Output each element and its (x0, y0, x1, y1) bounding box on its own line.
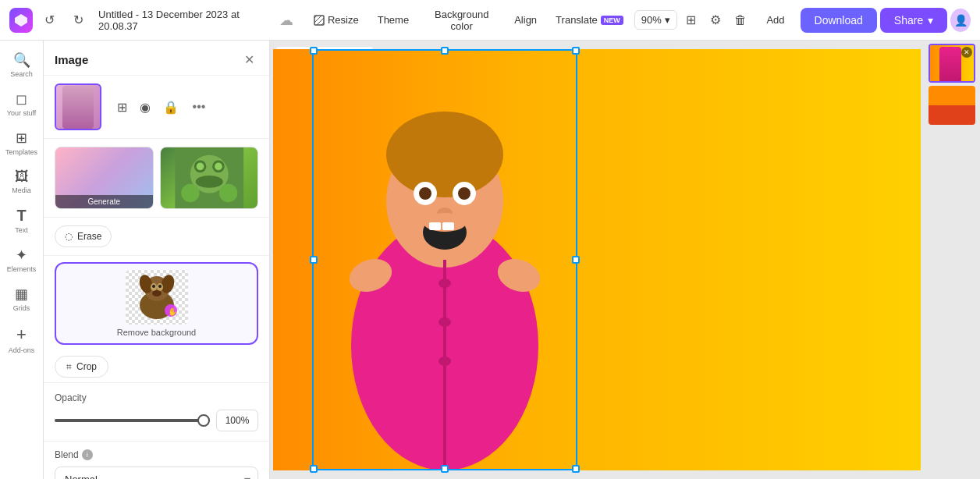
opacity-input[interactable] (216, 410, 258, 431)
svg-point-44 (458, 187, 470, 200)
app-logo (9, 8, 33, 33)
sidebar-item-label: Elements (7, 265, 37, 273)
circle-tool-icon: ◉ (140, 100, 151, 115)
svg-marker-0 (15, 14, 27, 27)
trash-icon-button[interactable]: 🗑 (730, 8, 751, 33)
translate-button[interactable]: Translate NEW (548, 9, 631, 30)
svg-point-23 (158, 285, 162, 288)
document-title: Untitled - 13 December 2023 at 20.08.37 (98, 9, 270, 32)
blend-label: Blend (55, 449, 79, 460)
new-badge: NEW (601, 16, 623, 25)
svg-point-6 (196, 163, 204, 171)
svg-point-10 (218, 184, 236, 202)
right-thumbnail-2[interactable] (929, 86, 975, 125)
thumbnail-person (62, 86, 94, 129)
bg-color-button[interactable]: Background color (420, 4, 503, 37)
panel-close-button[interactable]: ✕ (240, 50, 258, 69)
elements-icon: ✦ (16, 247, 27, 264)
canvas-area[interactable]: Page 1 / 1 - Add title (270, 41, 924, 479)
thumbnail-close-icon[interactable]: ✕ (961, 47, 972, 58)
remove-background-card[interactable]: ✋ Remove background (55, 262, 258, 345)
sidebar-item-label: Grids (13, 304, 30, 312)
svg-point-57 (439, 357, 451, 366)
lock-tool-button[interactable]: 🔒 (160, 97, 182, 118)
blend-info-icon[interactable]: i (82, 449, 93, 460)
selected-image-thumbnail (55, 83, 101, 130)
lock-tool-icon: 🔒 (163, 100, 179, 115)
stuff-icon: ◻ (16, 90, 27, 108)
opacity-slider-track (55, 419, 210, 422)
svg-point-55 (439, 279, 451, 288)
right-thumbnail-1[interactable]: ✕ (929, 44, 975, 83)
zoom-control[interactable]: 90% ▾ (634, 10, 677, 30)
panel-title: Image (55, 53, 88, 66)
crop-button[interactable]: ⌗ Crop (55, 356, 108, 378)
topbar: ↺ ↻ Untitled - 13 December 2023 at 20.08… (0, 0, 980, 41)
frog-image (161, 147, 258, 208)
opacity-section: Opacity (44, 383, 269, 442)
chevron-down-icon: ▾ (665, 14, 670, 26)
download-button[interactable]: Download (801, 8, 877, 33)
resize-button[interactable]: Resize (306, 9, 367, 30)
crop-label: Crop (76, 361, 97, 372)
sidebar-item-stuff[interactable]: ◻ Your stuff (3, 86, 41, 122)
grids-icon: ▦ (15, 286, 28, 303)
opacity-slider[interactable] (55, 419, 210, 422)
theme-button[interactable]: Theme (370, 9, 417, 30)
share-button[interactable]: Share ▾ (880, 8, 947, 33)
image-panel: Image ✕ ⊞ ◉ 🔒 ••• (44, 41, 270, 479)
svg-point-8 (195, 176, 222, 188)
addons-icon: + (16, 325, 27, 345)
generate-card[interactable]: Generate (55, 147, 154, 209)
resize-icon (314, 15, 325, 26)
grid-tool-button[interactable]: ⊞ (114, 97, 130, 118)
add-button[interactable]: Add (754, 9, 797, 30)
remove-bg-preview: ✋ (126, 270, 188, 325)
more-options-button[interactable]: ••• (188, 96, 210, 118)
sidebar-item-templates[interactable]: ⊞ Templates (3, 125, 41, 161)
canvas-inner (273, 49, 921, 470)
align-button[interactable]: Align (506, 9, 545, 30)
layout-icon-button[interactable]: ⊞ (680, 8, 702, 33)
erase-icon: ◌ (65, 231, 73, 242)
panel-header: Image ✕ (44, 41, 269, 76)
templates-icon: ⊞ (16, 130, 27, 147)
sidebar-item-label: Templates (5, 148, 37, 156)
svg-rect-48 (429, 222, 441, 230)
blend-label-row: Blend i (55, 449, 258, 460)
text-icon: T (16, 207, 26, 225)
undo-button[interactable]: ↺ (39, 9, 61, 32)
svg-text:✋: ✋ (168, 307, 178, 317)
sidebar-item-label: Media (12, 186, 31, 194)
sidebar-item-elements[interactable]: ✦ Elements (3, 242, 41, 278)
media-icon: 🖼 (15, 169, 29, 185)
svg-point-9 (181, 184, 199, 202)
profile-avatar[interactable]: 👤 (950, 9, 971, 32)
erase-button[interactable]: ◌ Erase (55, 225, 112, 247)
settings-icon-button[interactable]: ⚙ (705, 8, 726, 33)
sidebar-item-addons[interactable]: + Add-ons (3, 320, 41, 359)
remove-background-label: Remove background (117, 328, 197, 337)
sidebar-item-media[interactable]: 🖼 Media (3, 164, 41, 199)
remove-bg-image: ✋ (126, 270, 188, 325)
sidebar-item-search[interactable]: 🔍 Search (3, 47, 41, 83)
svg-point-43 (419, 187, 431, 200)
sidebar-item-text[interactable]: T Text (3, 202, 41, 239)
svg-point-24 (152, 290, 162, 296)
tool-option-cards: Generate (44, 139, 269, 218)
cloud-icon: ☁ (279, 12, 293, 29)
blend-select[interactable]: Normal Multiply Screen Overlay (55, 467, 258, 479)
image-edit-options: ◌ Erase (44, 218, 269, 256)
frog-card[interactable] (160, 147, 259, 209)
chevron-down-icon: ▾ (928, 14, 933, 27)
circle-tool-button[interactable]: ◉ (137, 97, 154, 118)
redo-button[interactable]: ↻ (67, 9, 89, 32)
svg-rect-49 (442, 222, 454, 230)
sidebar-item-grids[interactable]: ▦ Grids (3, 281, 41, 317)
svg-point-40 (386, 112, 503, 197)
blend-section: Blend i Normal Multiply Screen Overlay (44, 442, 269, 479)
sidebar-item-label: Text (15, 226, 28, 234)
svg-point-7 (215, 163, 222, 171)
sidebar-item-label: Your stuff (7, 109, 37, 117)
main-area: 🔍 Search ◻ Your stuff ⊞ Templates 🖼 Medi… (0, 41, 980, 479)
